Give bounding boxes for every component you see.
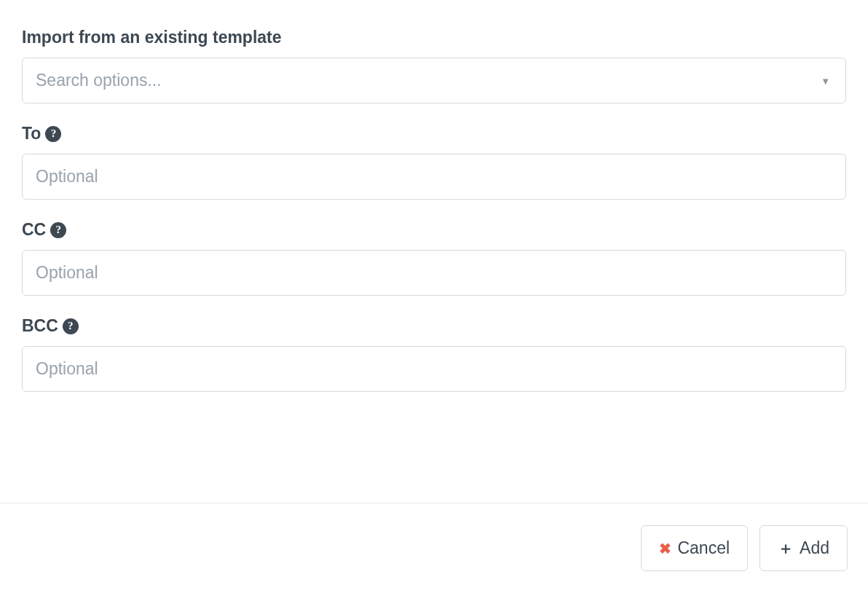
cancel-button-label: Cancel [677, 538, 730, 558]
form-container: Import from an existing template ▼ To ? … [0, 0, 868, 427]
bcc-input[interactable] [22, 346, 846, 392]
cc-label-text: CC [22, 220, 46, 240]
to-label: To ? [22, 124, 846, 144]
cc-label: CC ? [22, 220, 846, 240]
to-label-text: To [22, 124, 41, 144]
help-icon[interactable]: ? [45, 126, 61, 142]
bcc-group: BCC ? [22, 316, 846, 392]
add-button[interactable]: ＋ Add [760, 525, 848, 571]
import-template-select-wrapper: ▼ [22, 58, 846, 103]
import-template-label-text: Import from an existing template [22, 28, 282, 47]
cc-group: CC ? [22, 220, 846, 296]
to-group: To ? [22, 124, 846, 200]
footer: ✖ Cancel ＋ Add [0, 503, 868, 593]
import-template-select[interactable] [22, 58, 846, 103]
bcc-label: BCC ? [22, 316, 846, 336]
plus-icon: ＋ [778, 538, 794, 559]
import-template-label: Import from an existing template [22, 28, 846, 47]
add-button-label: Add [800, 538, 829, 558]
cancel-button[interactable]: ✖ Cancel [641, 525, 748, 571]
close-icon: ✖ [659, 540, 671, 557]
help-icon[interactable]: ? [63, 318, 79, 334]
to-input[interactable] [22, 154, 846, 200]
cc-input[interactable] [22, 250, 846, 296]
help-icon[interactable]: ? [50, 222, 66, 238]
bcc-label-text: BCC [22, 316, 58, 336]
import-template-group: Import from an existing template ▼ [22, 28, 846, 103]
